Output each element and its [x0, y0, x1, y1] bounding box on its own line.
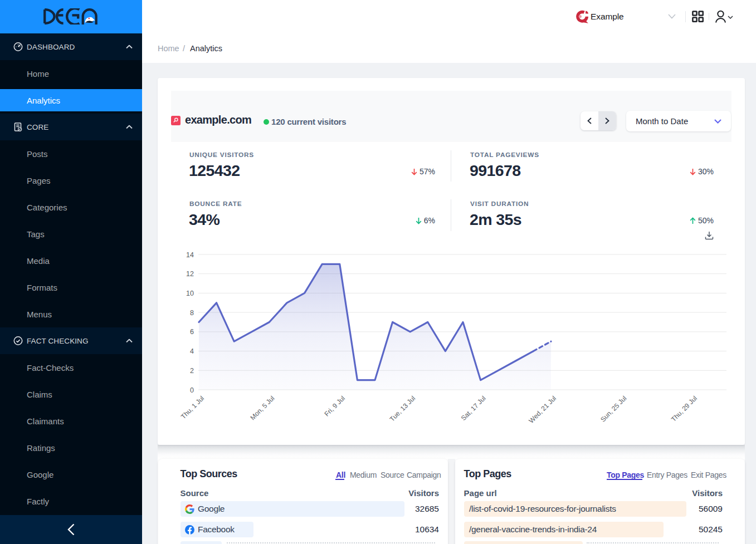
svg-text:Mon, 5 Jul: Mon, 5 Jul [248, 394, 276, 422]
svg-text:Tue, 13 Jul: Tue, 13 Jul [388, 394, 417, 423]
svg-text:8: 8 [190, 309, 194, 317]
svg-text:Sat, 17 Jul: Sat, 17 Jul [460, 394, 487, 422]
svg-text:Fri, 9 Jul: Fri, 9 Jul [323, 394, 346, 418]
svg-text:14: 14 [186, 251, 194, 259]
svg-text:0: 0 [190, 386, 194, 394]
svg-text:4: 4 [190, 347, 194, 355]
svg-text:6: 6 [190, 328, 194, 336]
svg-text:Thu, 29 Jul: Thu, 29 Jul [670, 394, 699, 423]
svg-text:2: 2 [190, 367, 194, 375]
svg-text:Sun, 25 Jul: Sun, 25 Jul [599, 394, 628, 423]
svg-text:12: 12 [186, 270, 194, 278]
svg-text:10: 10 [186, 290, 194, 297]
svg-text:Wed, 21 Jul: Wed, 21 Jul [528, 394, 558, 425]
svg-text:Thu, 1 Jul: Thu, 1 Jul [179, 394, 206, 420]
